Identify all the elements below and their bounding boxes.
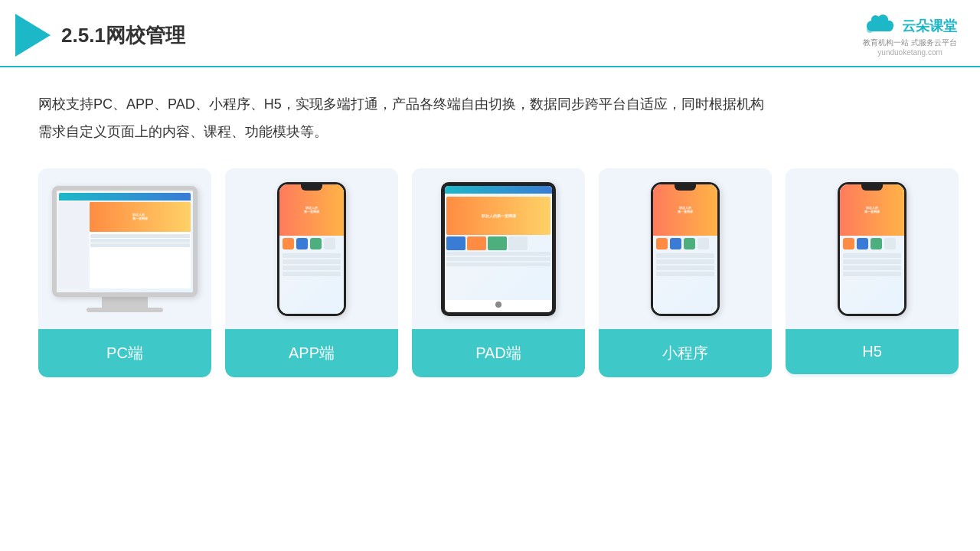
- pc-row-2: [90, 239, 190, 243]
- miniapp-icon-3: [684, 238, 695, 249]
- app-icons: [279, 236, 344, 252]
- h5-icons: [840, 236, 904, 252]
- description-text: 网校支持PC、APP、PAD、小程序、H5，实现多端打通，产品各终端自由切换，数…: [38, 90, 942, 145]
- pc-banner-text: 职达人的第一堂网课: [132, 213, 148, 220]
- pc-row-1: [90, 234, 190, 238]
- pc-banner: 职达人的第一堂网课: [90, 202, 191, 233]
- app-course-3: [283, 266, 341, 270]
- app-phone: 职达人的第一堂网课: [277, 182, 346, 316]
- app-banner-text: 职达人的第一堂网课: [304, 206, 319, 214]
- app-phone-notch: [301, 184, 322, 191]
- miniapp-icon-4: [697, 238, 709, 249]
- h5-course-3: [843, 266, 901, 270]
- card-app-image: 职达人的第一堂网课: [225, 168, 398, 329]
- h5-screen-content: 职达人的第一堂网课: [840, 184, 904, 314]
- cloud-icon: [864, 15, 897, 37]
- app-icon-4: [324, 238, 335, 249]
- pad-banner-text: 职达人的第一堂网课: [482, 214, 516, 218]
- h5-course-1: [843, 253, 901, 258]
- miniapp-icons: [653, 236, 717, 252]
- pc-screen: 职达人的第一堂网课: [57, 191, 193, 292]
- card-pc-label: PC端: [38, 329, 211, 377]
- pc-monitor-wrapper: 职达人的第一堂网课: [52, 186, 198, 312]
- app-icon-2: [296, 238, 308, 249]
- miniapp-banner-text: 职达人的第一堂网课: [678, 206, 693, 214]
- app-course-1: [283, 253, 341, 258]
- app-banner: 职达人的第一堂网课: [279, 184, 344, 236]
- h5-icon-1: [843, 238, 854, 249]
- card-h5: 职达人的第一堂网课: [786, 168, 959, 377]
- pad-icon-3: [488, 236, 507, 250]
- miniapp-course-1: [656, 253, 714, 258]
- pc-base: [87, 308, 163, 312]
- brand-logo: 云朵课堂 教育机构一站 式服务云平台 yunduoketang.com: [863, 15, 957, 57]
- h5-course-rows: [840, 252, 904, 278]
- miniapp-icon-1: [656, 238, 668, 249]
- card-pad-image: 职达人的第一堂网课: [412, 168, 585, 329]
- cards-container: 职达人的第一堂网课: [38, 168, 942, 377]
- pad-icon-1: [446, 236, 466, 250]
- miniapp-phone-screen: 职达人的第一堂网课: [653, 184, 717, 314]
- app-phone-screen: 职达人的第一堂网课: [279, 184, 344, 314]
- pad-home-btn: [495, 302, 501, 308]
- h5-banner: 职达人的第一堂网课: [840, 184, 904, 236]
- pc-row-3: [90, 243, 190, 247]
- pad-icon-4: [508, 236, 528, 250]
- app-course-2: [283, 259, 341, 264]
- h5-phone-screen: 职达人的第一堂网课: [840, 184, 904, 314]
- card-app: 职达人的第一堂网课: [225, 168, 398, 377]
- app-screen-content: 职达人的第一堂网课: [279, 184, 344, 314]
- card-miniapp: 职达人的第一堂网课: [599, 168, 772, 377]
- h5-icon-3: [871, 238, 882, 249]
- pad-banner: 职达人的第一堂网课: [446, 197, 550, 235]
- app-icon-1: [283, 238, 294, 249]
- header: 2.5.1网校管理 云朵课堂 教育机构一站 式服务云平台 yunduoketan…: [0, 0, 980, 67]
- pc-sidebar: [59, 202, 88, 289]
- pc-rows: [90, 233, 191, 248]
- h5-phone: 职达人的第一堂网课: [838, 182, 906, 316]
- h5-course-2: [843, 259, 901, 264]
- miniapp-course-3: [656, 266, 714, 270]
- pad-tablet: 职达人的第一堂网课: [441, 182, 556, 316]
- pc-main: 职达人的第一堂网课: [90, 202, 191, 289]
- pad-body: 职达人的第一堂网课: [445, 195, 552, 268]
- card-pad-label: PAD端: [412, 329, 585, 377]
- card-h5-image: 职达人的第一堂网课: [786, 168, 959, 329]
- miniapp-course-4: [656, 272, 714, 276]
- card-app-label: APP端: [225, 329, 398, 377]
- brand-cloud: 云朵课堂: [864, 15, 957, 37]
- card-pc-image: 职达人的第一堂网课: [38, 168, 211, 329]
- miniapp-screen-content: 职达人的第一堂网课: [653, 184, 717, 314]
- header-left: 2.5.1网校管理: [15, 14, 185, 57]
- brand-slogan: 教育机构一站 式服务云平台: [863, 37, 957, 48]
- pc-nav-bar: [59, 193, 191, 201]
- pad-screen-content: 职达人的第一堂网课: [445, 186, 552, 300]
- pad-row-1: [446, 252, 550, 256]
- card-pc: 职达人的第一堂网课: [38, 168, 211, 377]
- h5-icon-4: [884, 238, 896, 249]
- miniapp-banner: 职达人的第一堂网课: [653, 184, 717, 236]
- card-pad: 职达人的第一堂网课: [412, 168, 585, 377]
- h5-icon-2: [857, 238, 868, 249]
- brand-url: yunduoketang.com: [877, 48, 942, 57]
- card-h5-label: H5: [786, 329, 959, 374]
- miniapp-phone: 职达人的第一堂网课: [651, 182, 720, 316]
- h5-banner-text: 职达人的第一堂网课: [864, 206, 880, 214]
- card-miniapp-image: 职达人的第一堂网课: [599, 168, 772, 329]
- h5-phone-notch: [861, 184, 883, 191]
- svg-point-0: [867, 27, 873, 33]
- miniapp-course-rows: [653, 252, 717, 278]
- pc-stand: [102, 297, 148, 308]
- app-course-4: [283, 272, 341, 276]
- page-title: 2.5.1网校管理: [61, 22, 185, 49]
- card-miniapp-label: 小程序: [599, 329, 772, 377]
- app-icon-3: [310, 238, 322, 249]
- miniapp-course-2: [656, 259, 714, 264]
- miniapp-icon-2: [670, 238, 681, 249]
- pad-screen: 职达人的第一堂网课: [445, 186, 552, 300]
- brand-name: 云朵课堂: [902, 17, 957, 35]
- pc-body: 职达人的第一堂网课: [59, 202, 191, 289]
- app-course-rows: [279, 252, 344, 278]
- h5-course-4: [843, 272, 901, 276]
- pc-monitor: 职达人的第一堂网课: [52, 186, 198, 297]
